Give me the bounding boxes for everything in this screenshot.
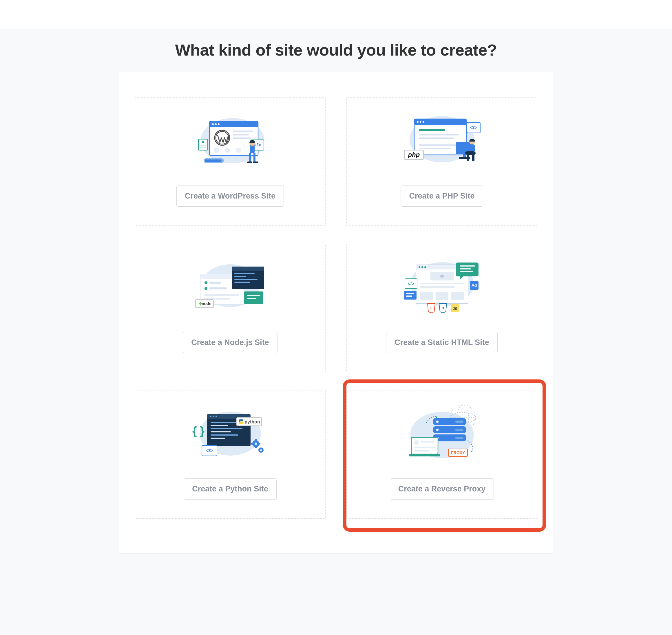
svg-rect-67 [247,295,260,296]
create-php-button[interactable]: Create a PHP Site [401,185,483,207]
svg-point-13 [236,148,241,153]
svg-rect-118 [251,443,253,444]
svg-rect-34 [419,129,445,131]
card-nodejs[interactable]: node Create a Node.js Site [135,244,326,372]
svg-rect-105 [211,428,243,429]
options-panel: </> [118,72,554,554]
card-php[interactable]: </> php [346,97,537,226]
svg-rect-61 [232,267,264,270]
svg-rect-116 [255,439,257,441]
svg-rect-50 [472,155,475,161]
svg-point-129 [436,420,439,423]
svg-rect-44 [463,154,466,157]
create-static-html-button[interactable]: Create a Static HTML Site [386,332,498,353]
svg-point-132 [436,429,439,431]
svg-rect-81 [436,292,448,300]
svg-rect-68 [247,298,256,299]
card-reverse-proxy[interactable]: PROXY Create a Reverse Proxy [346,390,537,519]
svg-text:</>: </> [407,281,414,286]
svg-text:</>: </> [469,125,477,131]
svg-rect-58 [204,294,239,296]
php-illustration: </> php [399,107,485,177]
svg-rect-103 [211,422,237,423]
svg-rect-30 [414,119,466,125]
svg-rect-104 [211,425,228,426]
svg-rect-136 [455,437,463,439]
svg-point-56 [205,287,207,290]
svg-rect-91 [406,293,414,294]
svg-point-31 [417,121,419,123]
svg-rect-142 [414,450,429,452]
svg-rect-140 [421,441,435,442]
python-illustration: { } python </> [187,400,274,470]
page-body: What kind of site would you like to crea… [0,29,672,635]
svg-rect-62 [234,273,255,274]
svg-point-75 [421,266,423,268]
create-reverse-proxy-button[interactable]: Create a Reverse Proxy [390,478,494,500]
svg-text:5: 5 [430,306,432,310]
svg-rect-22 [198,139,208,150]
svg-rect-8 [233,131,253,132]
svg-text:PROXY: PROXY [451,450,465,455]
static-html-illustration: Ad </> 5 [399,254,485,323]
svg-rect-107 [211,434,238,436]
svg-rect-10 [233,137,251,139]
svg-rect-83 [460,265,475,267]
svg-text:3: 3 [442,306,444,310]
svg-rect-47 [469,145,475,152]
svg-point-4 [215,123,217,125]
svg-rect-133 [455,429,463,431]
svg-point-101 [213,416,214,417]
svg-rect-85 [460,271,473,272]
svg-rect-57 [209,287,227,289]
svg-rect-108 [211,438,225,439]
nodejs-illustration: node [187,254,274,323]
svg-point-11 [214,148,219,153]
svg-point-32 [420,121,421,123]
top-bar [0,0,672,29]
wordpress-illustration: </> [187,107,274,177]
svg-rect-19 [253,153,255,162]
svg-text:{ }: { } [192,424,204,437]
svg-rect-141 [414,446,435,448]
svg-rect-2 [209,121,258,127]
svg-text:</>: </> [205,448,213,454]
card-wordpress[interactable]: </> [135,97,326,226]
svg-rect-49 [467,155,469,161]
svg-rect-79 [420,286,455,288]
svg-point-139 [414,440,419,445]
svg-rect-137 [411,437,438,454]
svg-rect-106 [211,431,231,432]
svg-point-3 [212,123,214,125]
svg-point-33 [423,121,424,123]
options-grid: </> [135,97,537,519]
svg-rect-27 [205,159,222,162]
create-nodejs-button[interactable]: Create a Node.js Site [183,332,277,353]
svg-rect-24 [200,145,206,146]
svg-rect-92 [406,295,412,297]
svg-rect-48 [465,151,476,155]
svg-rect-138 [409,454,440,456]
svg-point-102 [215,416,217,417]
svg-point-54 [205,281,207,284]
create-python-button[interactable]: Create a Python Site [184,478,277,500]
svg-rect-64 [234,279,257,280]
svg-rect-37 [419,145,462,146]
svg-rect-80 [420,292,433,300]
svg-point-5 [218,123,219,125]
create-wordpress-button[interactable]: Create a WordPress Site [176,185,284,207]
svg-point-74 [419,266,420,268]
svg-text:node: node [202,301,211,306]
svg-rect-63 [234,276,246,277]
svg-text:python: python [245,419,260,424]
svg-rect-21 [253,161,258,163]
svg-rect-18 [249,153,251,162]
card-static-html[interactable]: Ad </> 5 [346,244,537,372]
svg-rect-9 [233,134,249,135]
svg-point-121 [260,449,262,451]
card-python[interactable]: { } python </> [135,390,326,519]
svg-rect-130 [455,420,463,423]
svg-point-100 [210,416,211,417]
svg-point-23 [202,141,204,143]
svg-point-115 [255,442,257,445]
